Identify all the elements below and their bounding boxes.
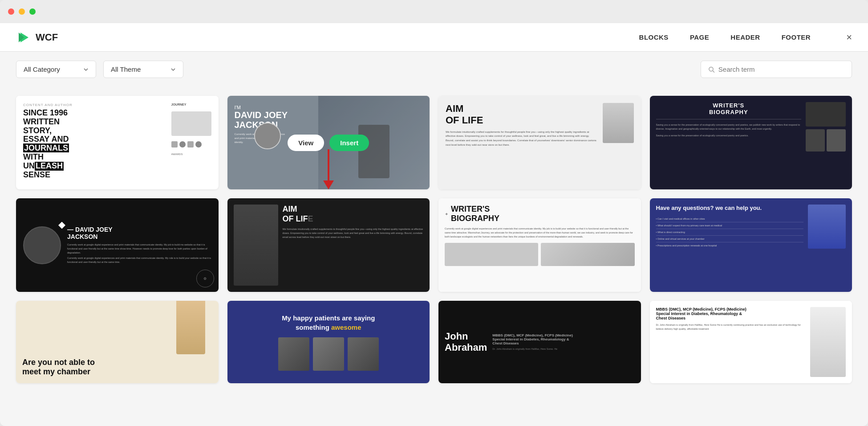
close-window-button[interactable]: ×	[846, 32, 852, 43]
card-doctor-light[interactable]: MBBS (DMC), MCP (Medicine), FCPS (Medici…	[650, 301, 852, 383]
card8-top: Have any questions? we can help you. • C…	[656, 205, 846, 249]
nav-footer[interactable]: FOOTER	[782, 33, 811, 41]
card9-photo	[176, 301, 205, 354]
card-since1996[interactable]: CONTENT AND AUTHOR SINCE 1996WRITTENSTOR…	[16, 96, 219, 189]
nav-header[interactable]: HEADER	[730, 33, 760, 41]
card-aim-light[interactable]: AIMOF LIFE We formulate intuitionally cr…	[438, 96, 641, 189]
card5-circle-container	[23, 226, 61, 264]
card3-content: AIMOF LIFE We formulate intuitionally cr…	[446, 103, 597, 147]
nav-blocks[interactable]: BLOCKS	[639, 33, 669, 41]
card-writers-bio-dark[interactable]: WRITER'SBIOGRAPHY Saving you a sense for…	[650, 96, 852, 189]
maximize-button[interactable]	[29, 8, 36, 15]
card4-text: WRITER'SBIOGRAPHY Saving you a sense for…	[656, 102, 802, 183]
svg-line-3	[713, 70, 714, 72]
cards-grid: CONTENT AND AUTHOR SINCE 1996WRITTENSTOR…	[16, 96, 852, 383]
nav: BLOCKS PAGE HEADER FOOTER	[639, 33, 811, 41]
header: WCF BLOCKS PAGE HEADER FOOTER ×	[0, 23, 868, 52]
logo-text: WCF	[36, 32, 58, 43]
card12-photo	[810, 307, 846, 377]
card5-text: — DAVID JOEYJACKSON Currently work at go…	[67, 226, 211, 264]
card-writers-bio-light[interactable]: ✦ WRITER'SBIOGRAPHY Currently work at go…	[438, 198, 641, 292]
search-icon	[708, 66, 715, 73]
view-button[interactable]: View	[288, 135, 324, 151]
theme-dropdown[interactable]: All Theme	[103, 61, 183, 78]
content-area: CONTENT AND AUTHOR SINCE 1996WRITTENSTOR…	[0, 87, 868, 426]
card12-text: MBBS (DMC), MCP (Medicine), FCPS (Medici…	[656, 307, 806, 377]
card11-info: MBBS (DMC), MCF (Medicine), FCPS (Medici…	[492, 333, 634, 351]
card9-text: Are you not able tomeet my chamber	[22, 358, 95, 377]
toolbar: All Category All Theme	[0, 52, 868, 87]
category-dropdown[interactable]: All Category	[16, 61, 96, 78]
search-input[interactable]	[718, 66, 844, 73]
card-help-dark[interactable]: Have any questions? we can help you. • C…	[650, 198, 852, 292]
card7-images	[445, 243, 635, 266]
nav-page[interactable]: PAGE	[690, 33, 709, 41]
minimize-button[interactable]	[19, 8, 25, 15]
card4-images	[806, 102, 846, 183]
card6-photo	[234, 205, 278, 286]
app-window: WCF BLOCKS PAGE HEADER FOOTER × All Cate…	[0, 0, 868, 426]
card1-sidebar: JOURNEY AWARDS	[171, 103, 211, 178]
card-patients-dark[interactable]: My happy patients are sayingsomething aw…	[227, 301, 430, 383]
card7-text: Currently work at google digital experie…	[445, 227, 635, 238]
card-chamber-light[interactable]: Are you not able tomeet my chamber	[16, 301, 219, 383]
chevron-down-icon-2	[170, 67, 176, 72]
insert-arrow-indicator	[323, 149, 334, 189]
card-aim-dark[interactable]: AIMOF LIFE We formulate intuitionally cr…	[227, 198, 430, 292]
card5-logo: ⚙	[196, 270, 214, 287]
card1-text: CONTENT AND AUTHOR SINCE 1996WRITTENSTOR…	[23, 103, 167, 178]
card-david-dark[interactable]: — DAVID JOEYJACKSON Currently work at go…	[16, 198, 219, 292]
close-button[interactable]	[8, 8, 14, 15]
card8-photo	[808, 205, 846, 249]
logo-icon	[16, 30, 31, 45]
logo: WCF	[16, 30, 58, 45]
title-bar	[0, 0, 868, 23]
insert-button[interactable]: Insert	[329, 135, 369, 151]
card8-items: • Can I visit and medical offices in oth…	[656, 216, 804, 249]
card11-name: JohnAbraham	[445, 331, 487, 352]
card6-text: AIMOF LIFE We formulate intuitionally cr…	[283, 205, 424, 286]
chevron-down-icon	[83, 67, 89, 72]
svg-point-2	[709, 67, 713, 71]
card3-photo	[603, 103, 634, 143]
card7-header: ✦ WRITER'SBIOGRAPHY	[445, 205, 635, 223]
card10-title: My happy patients are sayingsomething aw…	[282, 313, 375, 332]
card10-images	[278, 337, 379, 371]
card-john-abraham[interactable]: JohnAbraham MBBS (DMC), MCF (Medicine), …	[438, 301, 641, 383]
search-box[interactable]	[701, 61, 852, 78]
card-david-gray[interactable]: I'M DAVID JOEYJACKSON Currently work at …	[227, 96, 430, 189]
